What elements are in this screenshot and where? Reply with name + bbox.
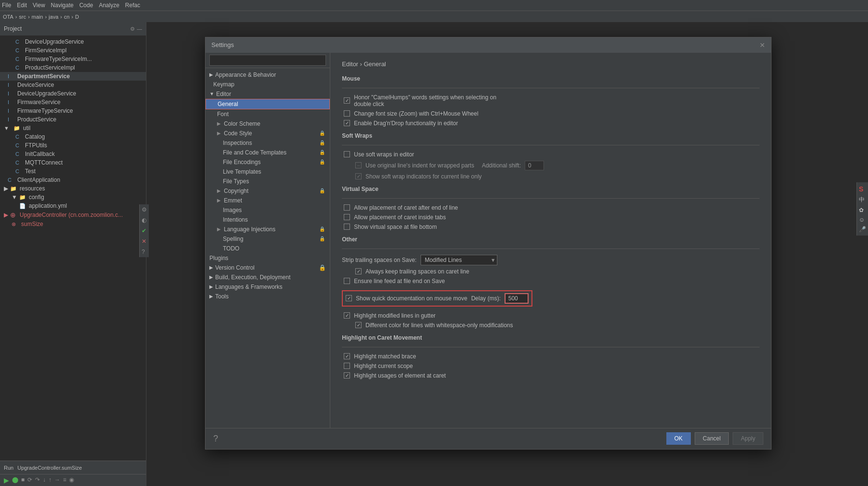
- tree-item[interactable]: CProductServiceImpl: [0, 63, 146, 72]
- sogou-icon[interactable]: S: [859, 185, 866, 193]
- checkbox-keep-trailing[interactable]: [355, 268, 362, 274]
- strip-trailing-select[interactable]: None All Modified Lines: [421, 255, 497, 265]
- breadcrumb-d[interactable]: D: [75, 14, 79, 20]
- checkbox-highlight-modified[interactable]: [344, 312, 350, 319]
- menu-edit[interactable]: Edit: [17, 2, 27, 9]
- tree-file-yaml[interactable]: 📄application.yml: [0, 202, 146, 210]
- settings-item-emmet[interactable]: ▶Emmet: [205, 196, 330, 205]
- settings-group-plugins[interactable]: Plugins: [205, 253, 330, 263]
- run-icon[interactable]: ▶: [4, 476, 9, 484]
- tree-item[interactable]: IProductService: [0, 115, 146, 124]
- additional-shift-input[interactable]: [525, 161, 544, 170]
- checkbox-highlight-scope[interactable]: [344, 363, 350, 369]
- side-icon-4[interactable]: ✕: [142, 238, 147, 245]
- settings-item-live-templates[interactable]: Live Templates: [205, 167, 330, 177]
- settings-item-keymap[interactable]: Keymap: [205, 80, 330, 89]
- breadcrumb-src[interactable]: src: [19, 14, 26, 20]
- step-in-icon[interactable]: ↓: [43, 476, 46, 484]
- tree-item[interactable]: IFirmwareTypeService: [0, 107, 146, 115]
- reload-icon[interactable]: ⟳: [27, 476, 32, 484]
- dialog-close-button[interactable]: ✕: [760, 41, 765, 49]
- tree-folder-config[interactable]: ▼📁config: [0, 193, 146, 202]
- stop-icon[interactable]: ■: [21, 476, 24, 484]
- checkbox-dragdrop[interactable]: [344, 120, 350, 126]
- settings-item-images[interactable]: Images: [205, 205, 330, 215]
- settings-group-build[interactable]: ▶ Build, Execution, Deployment: [205, 273, 330, 282]
- settings-group-editor[interactable]: ▼ Editor: [205, 89, 330, 99]
- menu-view[interactable]: View: [33, 2, 45, 9]
- tree-item[interactable]: CMQTTConnect: [0, 158, 146, 167]
- checkbox-caret-after-eol[interactable]: [344, 204, 350, 211]
- settings-item-file-types[interactable]: File Types: [205, 177, 330, 186]
- settings-item-code-style[interactable]: ▶Code Style 🔒: [205, 129, 330, 138]
- checkbox-zoom[interactable]: [344, 110, 350, 117]
- menu-file[interactable]: File: [2, 2, 11, 9]
- checkbox-highlight-brace[interactable]: [344, 353, 350, 359]
- settings-item-font[interactable]: Font: [205, 109, 330, 119]
- step-over-icon[interactable]: ↷: [35, 476, 40, 484]
- help-icon[interactable]: ?: [213, 434, 218, 444]
- settings-item-language-injections[interactable]: ▶Language Injections 🔒: [205, 225, 330, 234]
- chinese-icon[interactable]: 中: [859, 196, 866, 204]
- checkbox-highlight-usages[interactable]: [344, 372, 350, 379]
- mic-icon[interactable]: 🎤: [859, 226, 866, 233]
- step-out-icon[interactable]: ↑: [48, 476, 51, 484]
- settings-item-intentions[interactable]: Intentions: [205, 215, 330, 225]
- debug-icon[interactable]: ⬤: [12, 476, 18, 484]
- tree-item[interactable]: CCatalog: [0, 132, 146, 141]
- side-icon-1[interactable]: ⚙: [142, 206, 147, 213]
- side-icon-5[interactable]: ?: [142, 249, 147, 255]
- tree-sum-size[interactable]: ⊗sumSize: [0, 220, 146, 228]
- side-icon-2[interactable]: ◐: [142, 217, 147, 224]
- tree-item[interactable]: IDeviceUpgradeService: [0, 89, 146, 98]
- settings-item-color-scheme[interactable]: ▶Color Scheme: [205, 119, 330, 129]
- tree-item[interactable]: CFirmwareTypeServiceIm...: [0, 55, 146, 63]
- tree-item[interactable]: CFTPUtils: [0, 141, 146, 150]
- checkbox-diff-color[interactable]: [355, 322, 362, 328]
- checkbox-quick-doc[interactable]: [346, 295, 352, 301]
- panel-collapse-icon[interactable]: —: [137, 26, 142, 32]
- settings-group-tools[interactable]: ▶ Tools: [205, 292, 330, 301]
- breadcrumb-main[interactable]: main: [32, 14, 43, 20]
- settings-item-general[interactable]: General: [205, 99, 330, 109]
- apply-button[interactable]: Apply: [733, 432, 763, 445]
- eval-icon[interactable]: ≡: [63, 476, 66, 484]
- tree-item[interactable]: CClientApplication: [0, 176, 146, 184]
- ok-button[interactable]: OK: [666, 432, 691, 445]
- tree-item[interactable]: IDeviceService: [0, 81, 146, 89]
- settings-group-version-control[interactable]: ▶ Version Control 🔒: [205, 263, 330, 273]
- tree-item[interactable]: CTest: [0, 167, 146, 176]
- menu-analyze[interactable]: Analyze: [99, 2, 120, 9]
- breadcrumb-java[interactable]: java: [48, 14, 58, 20]
- checkbox-softwrap-indicators[interactable]: [355, 173, 362, 179]
- tree-folder-resources[interactable]: ▶📁resources: [0, 184, 146, 193]
- checkbox-original-indent[interactable]: [355, 162, 362, 168]
- tree-item[interactable]: IFirmwareService: [0, 98, 146, 107]
- keyboard-icon[interactable]: ✿: [859, 207, 866, 213]
- tree-upgrade-controller[interactable]: ▶⊕UpgradeController (cn.com.zoomlion.c..…: [0, 210, 146, 220]
- settings-search-input[interactable]: [209, 55, 326, 66]
- settings-item-file-code-templates[interactable]: File and Code Templates 🔒: [205, 148, 330, 157]
- settings-group-appearance[interactable]: ▶ Appearance & Behavior: [205, 70, 330, 80]
- settings-item-inspections[interactable]: Inspections 🔒: [205, 138, 330, 148]
- checkbox-caret-inside-tabs[interactable]: [344, 214, 350, 220]
- settings-item-copyright[interactable]: ▶Copyright 🔒: [205, 186, 330, 196]
- emoji-icon[interactable]: ☺: [859, 216, 866, 223]
- settings-item-file-encodings[interactable]: File Encodings 🔒: [205, 157, 330, 167]
- menu-code[interactable]: Code: [79, 2, 93, 9]
- settings-item-spelling[interactable]: Spelling 🔒: [205, 234, 330, 244]
- menu-refac[interactable]: Refac: [125, 2, 140, 9]
- breadcrumb-cn[interactable]: cn: [64, 14, 70, 20]
- cancel-button[interactable]: Cancel: [695, 432, 729, 445]
- delay-input[interactable]: [505, 293, 529, 304]
- settings-item-todo[interactable]: TODO: [205, 244, 330, 253]
- settings-group-languages[interactable]: ▶ Languages & Frameworks: [205, 282, 330, 292]
- tree-item-department[interactable]: IDepartmentService: [0, 72, 146, 81]
- side-icon-3[interactable]: ✔: [142, 227, 147, 234]
- checkbox-virtual-space-bottom[interactable]: [344, 224, 350, 230]
- tree-item[interactable]: CDeviceUpgradeService: [0, 37, 146, 46]
- tree-item[interactable]: CFirmServiceImpl: [0, 46, 146, 55]
- panel-gear-icon[interactable]: ⚙: [130, 26, 135, 32]
- checkbox-line-feed[interactable]: [344, 278, 350, 284]
- run-to-cursor-icon[interactable]: →: [54, 476, 60, 484]
